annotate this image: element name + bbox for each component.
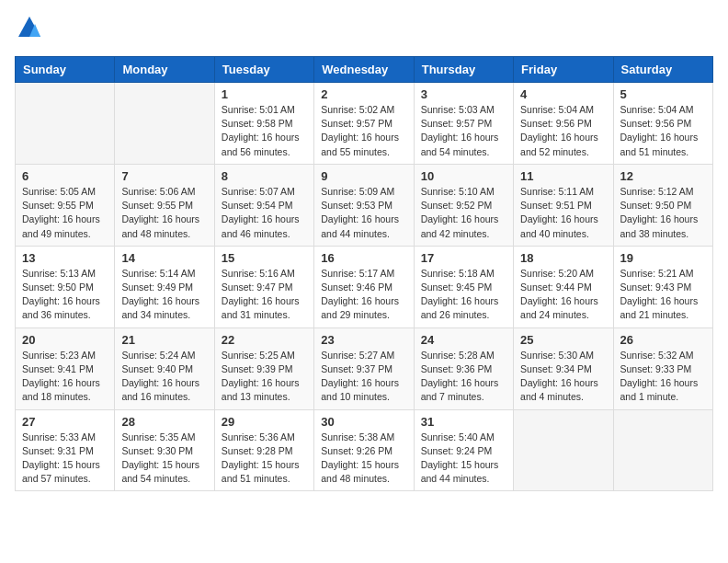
cell-content: Sunrise: 5:06 AM Sunset: 9:55 PM Dayligh… — [121, 185, 207, 241]
cell-content: Sunrise: 5:04 AM Sunset: 9:56 PM Dayligh… — [620, 103, 706, 159]
calendar-cell: 23Sunrise: 5:27 AM Sunset: 9:37 PM Dayli… — [314, 327, 414, 409]
calendar-cell — [115, 83, 214, 165]
calendar-cell: 6Sunrise: 5:05 AM Sunset: 9:55 PM Daylig… — [16, 164, 115, 246]
day-header-monday: Monday — [115, 57, 214, 83]
day-number: 19 — [620, 251, 706, 265]
day-number: 7 — [121, 169, 207, 183]
calendar-cell — [613, 409, 712, 491]
day-number: 14 — [121, 251, 207, 265]
day-number: 17 — [421, 251, 506, 265]
logo — [15, 15, 42, 45]
day-number: 8 — [222, 169, 307, 183]
cell-content: Sunrise: 5:33 AM Sunset: 9:31 PM Dayligh… — [22, 431, 108, 487]
day-number: 22 — [222, 333, 307, 347]
day-number: 10 — [421, 169, 506, 183]
day-number: 4 — [520, 87, 606, 101]
calendar-cell: 4Sunrise: 5:04 AM Sunset: 9:56 PM Daylig… — [514, 83, 613, 165]
logo-text — [15, 15, 42, 45]
cell-content: Sunrise: 5:03 AM Sunset: 9:57 PM Dayligh… — [421, 103, 506, 159]
day-number: 13 — [22, 251, 108, 265]
calendar-cell: 11Sunrise: 5:11 AM Sunset: 9:51 PM Dayli… — [514, 164, 613, 246]
calendar-cell: 25Sunrise: 5:30 AM Sunset: 9:34 PM Dayli… — [514, 327, 613, 409]
calendar-cell: 29Sunrise: 5:36 AM Sunset: 9:28 PM Dayli… — [214, 409, 313, 491]
day-number: 29 — [222, 415, 307, 429]
cell-content: Sunrise: 5:14 AM Sunset: 9:49 PM Dayligh… — [121, 267, 207, 323]
cell-content: Sunrise: 5:01 AM Sunset: 9:58 PM Dayligh… — [222, 103, 307, 159]
cell-content: Sunrise: 5:40 AM Sunset: 9:24 PM Dayligh… — [421, 431, 506, 487]
day-number: 15 — [222, 251, 307, 265]
cell-content: Sunrise: 5:24 AM Sunset: 9:40 PM Dayligh… — [121, 349, 207, 405]
cell-content: Sunrise: 5:09 AM Sunset: 9:53 PM Dayligh… — [321, 185, 406, 241]
calendar-cell: 19Sunrise: 5:21 AM Sunset: 9:43 PM Dayli… — [613, 246, 712, 327]
day-number: 2 — [321, 87, 406, 101]
calendar-cell — [16, 83, 115, 165]
day-number: 3 — [421, 87, 506, 101]
calendar-header-row: SundayMondayTuesdayWednesdayThursdayFrid… — [16, 57, 713, 83]
calendar-cell: 24Sunrise: 5:28 AM Sunset: 9:36 PM Dayli… — [414, 327, 513, 409]
day-number: 12 — [620, 169, 706, 183]
calendar-cell: 7Sunrise: 5:06 AM Sunset: 9:55 PM Daylig… — [115, 164, 214, 246]
cell-content: Sunrise: 5:02 AM Sunset: 9:57 PM Dayligh… — [321, 103, 406, 159]
day-number: 1 — [222, 87, 307, 101]
logo-icon — [17, 15, 42, 40]
cell-content: Sunrise: 5:27 AM Sunset: 9:37 PM Dayligh… — [321, 349, 406, 405]
day-number: 30 — [321, 415, 406, 429]
cell-content: Sunrise: 5:32 AM Sunset: 9:33 PM Dayligh… — [620, 349, 706, 405]
day-header-sunday: Sunday — [16, 57, 115, 83]
day-header-tuesday: Tuesday — [214, 57, 313, 83]
day-number: 26 — [620, 333, 706, 347]
calendar-cell: 22Sunrise: 5:25 AM Sunset: 9:39 PM Dayli… — [214, 327, 313, 409]
calendar-cell: 3Sunrise: 5:03 AM Sunset: 9:57 PM Daylig… — [414, 83, 513, 165]
cell-content: Sunrise: 5:30 AM Sunset: 9:34 PM Dayligh… — [520, 349, 606, 405]
calendar-week-5: 27Sunrise: 5:33 AM Sunset: 9:31 PM Dayli… — [16, 409, 713, 491]
day-header-saturday: Saturday — [613, 57, 712, 83]
calendar-cell: 8Sunrise: 5:07 AM Sunset: 9:54 PM Daylig… — [214, 164, 313, 246]
calendar-cell: 18Sunrise: 5:20 AM Sunset: 9:44 PM Dayli… — [514, 246, 613, 327]
cell-content: Sunrise: 5:12 AM Sunset: 9:50 PM Dayligh… — [620, 185, 706, 241]
calendar-cell: 9Sunrise: 5:09 AM Sunset: 9:53 PM Daylig… — [314, 164, 414, 246]
calendar-cell: 30Sunrise: 5:38 AM Sunset: 9:26 PM Dayli… — [314, 409, 414, 491]
calendar-cell: 1Sunrise: 5:01 AM Sunset: 9:58 PM Daylig… — [214, 83, 313, 165]
calendar-cell: 20Sunrise: 5:23 AM Sunset: 9:41 PM Dayli… — [16, 327, 115, 409]
cell-content: Sunrise: 5:17 AM Sunset: 9:46 PM Dayligh… — [321, 267, 406, 323]
calendar-cell: 2Sunrise: 5:02 AM Sunset: 9:57 PM Daylig… — [314, 83, 414, 165]
cell-content: Sunrise: 5:13 AM Sunset: 9:50 PM Dayligh… — [22, 267, 108, 323]
day-number: 28 — [121, 415, 207, 429]
day-number: 9 — [321, 169, 406, 183]
cell-content: Sunrise: 5:18 AM Sunset: 9:45 PM Dayligh… — [421, 267, 506, 323]
calendar-cell: 15Sunrise: 5:16 AM Sunset: 9:47 PM Dayli… — [214, 246, 313, 327]
day-header-thursday: Thursday — [414, 57, 513, 83]
cell-content: Sunrise: 5:36 AM Sunset: 9:28 PM Dayligh… — [222, 431, 307, 487]
day-header-friday: Friday — [514, 57, 613, 83]
calendar-week-1: 1Sunrise: 5:01 AM Sunset: 9:58 PM Daylig… — [16, 83, 713, 165]
day-header-wednesday: Wednesday — [314, 57, 414, 83]
calendar-cell: 5Sunrise: 5:04 AM Sunset: 9:56 PM Daylig… — [613, 83, 712, 165]
calendar-cell: 27Sunrise: 5:33 AM Sunset: 9:31 PM Dayli… — [16, 409, 115, 491]
cell-content: Sunrise: 5:10 AM Sunset: 9:52 PM Dayligh… — [421, 185, 506, 241]
cell-content: Sunrise: 5:35 AM Sunset: 9:30 PM Dayligh… — [121, 431, 207, 487]
cell-content: Sunrise: 5:16 AM Sunset: 9:47 PM Dayligh… — [222, 267, 307, 323]
cell-content: Sunrise: 5:20 AM Sunset: 9:44 PM Dayligh… — [520, 267, 606, 323]
cell-content: Sunrise: 5:21 AM Sunset: 9:43 PM Dayligh… — [620, 267, 706, 323]
calendar-cell: 21Sunrise: 5:24 AM Sunset: 9:40 PM Dayli… — [115, 327, 214, 409]
calendar-cell: 16Sunrise: 5:17 AM Sunset: 9:46 PM Dayli… — [314, 246, 414, 327]
cell-content: Sunrise: 5:04 AM Sunset: 9:56 PM Dayligh… — [520, 103, 606, 159]
calendar-cell: 10Sunrise: 5:10 AM Sunset: 9:52 PM Dayli… — [414, 164, 513, 246]
calendar-cell: 31Sunrise: 5:40 AM Sunset: 9:24 PM Dayli… — [414, 409, 513, 491]
cell-content: Sunrise: 5:25 AM Sunset: 9:39 PM Dayligh… — [222, 349, 307, 405]
calendar-cell: 14Sunrise: 5:14 AM Sunset: 9:49 PM Dayli… — [115, 246, 214, 327]
calendar-cell: 13Sunrise: 5:13 AM Sunset: 9:50 PM Dayli… — [16, 246, 115, 327]
calendar-cell: 17Sunrise: 5:18 AM Sunset: 9:45 PM Dayli… — [414, 246, 513, 327]
day-number: 16 — [321, 251, 406, 265]
day-number: 6 — [22, 169, 108, 183]
cell-content: Sunrise: 5:23 AM Sunset: 9:41 PM Dayligh… — [22, 349, 108, 405]
day-number: 21 — [121, 333, 207, 347]
day-number: 5 — [620, 87, 706, 101]
calendar-cell: 26Sunrise: 5:32 AM Sunset: 9:33 PM Dayli… — [613, 327, 712, 409]
day-number: 27 — [22, 415, 108, 429]
cell-content: Sunrise: 5:11 AM Sunset: 9:51 PM Dayligh… — [520, 185, 606, 241]
day-number: 25 — [520, 333, 606, 347]
day-number: 18 — [520, 251, 606, 265]
day-number: 24 — [421, 333, 506, 347]
calendar-cell: 12Sunrise: 5:12 AM Sunset: 9:50 PM Dayli… — [613, 164, 712, 246]
